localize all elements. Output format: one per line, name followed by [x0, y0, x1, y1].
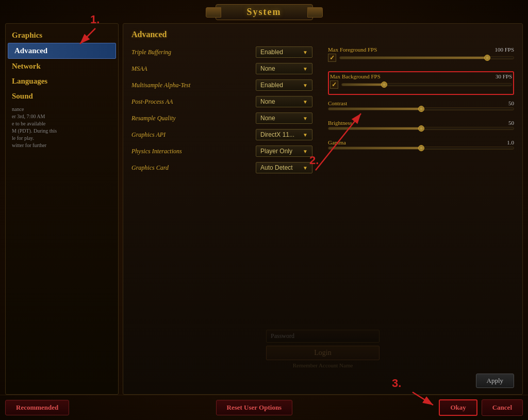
- arrow-post-process-aa: ▼: [303, 99, 308, 105]
- slider-track-contrast[interactable]: [328, 107, 514, 110]
- label-msaa: MSAA: [131, 65, 199, 73]
- title-ornament-left: [206, 7, 221, 18]
- arrow-physics-interactions: ▼: [303, 149, 308, 154]
- remember-text: Remember Account Name: [266, 362, 380, 368]
- right-settings-column: Max Foreground FPS 100 FPS: [323, 46, 514, 369]
- slider-track-max-background-fps[interactable]: [341, 83, 512, 86]
- cancel-button[interactable]: Cancel: [482, 399, 523, 416]
- slider-title-max-background-fps: Max Background FPS: [330, 73, 381, 79]
- sidebar-news: nanceer 3rd, 7:00 AMe to be availableM (…: [6, 104, 118, 151]
- sidebar: Graphics Advanced Network Languages Soun…: [5, 23, 119, 395]
- password-input[interactable]: [266, 330, 380, 343]
- title-ornament-right: [307, 7, 323, 18]
- slider-value-gamma: 1.0: [507, 139, 514, 146]
- settings-grid: Triple Buffering Enabled ▼ MSAA None ▼: [131, 46, 514, 369]
- dropdown-graphics-api[interactable]: DirectX 11... ▼: [256, 129, 312, 140]
- slider-title-contrast: Contrast: [328, 100, 347, 106]
- setting-row-post-process-aa: Post-Process AA None ▼: [131, 96, 312, 107]
- sidebar-item-graphics[interactable]: Graphics: [6, 28, 118, 43]
- slider-title-gamma: Gamma: [328, 139, 346, 146]
- sidebar-item-languages[interactable]: Languages: [6, 74, 118, 89]
- arrow-graphics-api: ▼: [303, 132, 308, 138]
- arrow-resample-quality: ▼: [303, 116, 308, 121]
- arrow-graphics-card: ▼: [303, 165, 308, 171]
- slider-section-max-background-fps: Max Background FPS 30 FPS: [330, 73, 512, 89]
- slider-section-brightness: Brightness 50: [328, 120, 514, 130]
- slider-value-contrast: 50: [508, 100, 514, 106]
- dropdown-physics-interactions[interactable]: Player Only ▼: [256, 146, 312, 157]
- arrow-msaa: ▼: [303, 66, 308, 72]
- left-settings-column: Triple Buffering Enabled ▼ MSAA None ▼: [131, 46, 323, 369]
- label-graphics-card: Graphics Card: [131, 164, 199, 172]
- slider-title-brightness: Brightness: [328, 120, 352, 126]
- slider-section-max-foreground-fps: Max Foreground FPS 100 FPS: [328, 46, 514, 62]
- label-post-process-aa: Post-Process AA: [131, 98, 199, 106]
- label-multisample: Multisample Alpha-Test: [131, 82, 199, 89]
- slider-track-brightness[interactable]: [328, 127, 514, 130]
- slider-value-max-background-fps: 30 FPS: [496, 73, 512, 79]
- label-physics-interactions: Physics Interactions: [131, 148, 199, 155]
- apply-button[interactable]: Apply: [476, 374, 515, 388]
- dropdown-graphics-card[interactable]: Auto Detect ▼: [256, 162, 312, 173]
- dropdown-msaa[interactable]: None ▼: [256, 63, 312, 74]
- setting-row-resample-quality: Resample Quality None ▼: [131, 112, 312, 124]
- dropdown-resample-quality[interactable]: None ▼: [256, 112, 312, 124]
- right-panel: Advanced Triple Buffering Enabled ▼ MSAA: [123, 23, 523, 395]
- dropdown-post-process-aa[interactable]: None ▼: [256, 96, 312, 107]
- arrow-triple-buffering: ▼: [303, 50, 308, 55]
- slider-value-brightness: 50: [508, 120, 514, 126]
- slider-value-max-foreground-fps: 100 FPS: [494, 46, 514, 53]
- panel-title: Advanced: [131, 30, 514, 39]
- okay-button[interactable]: Okay: [439, 399, 477, 416]
- label-resample-quality: Resample Quality: [131, 115, 199, 122]
- sidebar-item-network[interactable]: Network: [6, 59, 118, 74]
- checkbox-max-background-fps[interactable]: [330, 80, 338, 89]
- login-area: Login Remember Account Name: [266, 330, 380, 368]
- dropdown-triple-buffering[interactable]: Enabled ▼: [256, 46, 312, 58]
- bottom-bar: Recommended Reset User Options Okay Canc…: [0, 395, 528, 420]
- setting-row-graphics-card: Graphics Card Auto Detect ▼: [131, 162, 312, 173]
- sidebar-item-advanced[interactable]: Advanced: [8, 43, 116, 59]
- sidebar-item-sound[interactable]: Sound: [6, 89, 118, 104]
- setting-row-graphics-api: Graphics API DirectX 11... ▼: [131, 129, 312, 140]
- arrow-multisample: ▼: [303, 83, 308, 88]
- setting-row-msaa: MSAA None ▼: [131, 63, 312, 74]
- slider-track-gamma[interactable]: [328, 147, 514, 150]
- highlight-max-background-fps: Max Background FPS 30 FPS: [328, 71, 514, 95]
- bottom-right-buttons: Okay Cancel: [439, 399, 523, 416]
- reset-button[interactable]: Reset User Options: [216, 400, 293, 415]
- login-button[interactable]: Login: [266, 346, 380, 360]
- recommended-button[interactable]: Recommended: [5, 400, 69, 415]
- checkbox-max-foreground-fps[interactable]: [328, 54, 336, 62]
- slider-section-gamma: Gamma 1.0: [328, 139, 514, 150]
- content-area: Graphics Advanced Network Languages Soun…: [0, 23, 528, 395]
- setting-row-multisample: Multisample Alpha-Test Enabled ▼: [131, 79, 312, 91]
- setting-row-triple-buffering: Triple Buffering Enabled ▼: [131, 46, 312, 58]
- label-graphics-api: Graphics API: [131, 131, 199, 139]
- label-triple-buffering: Triple Buffering: [131, 49, 199, 56]
- slider-title-max-foreground-fps: Max Foreground FPS: [328, 46, 377, 53]
- slider-track-max-foreground-fps[interactable]: [339, 56, 514, 59]
- title-bar: System: [0, 0, 528, 23]
- dropdown-multisample[interactable]: Enabled ▼: [256, 79, 312, 91]
- window-title: System: [247, 7, 282, 17]
- setting-row-physics-interactions: Physics Interactions Player Only ▼: [131, 146, 312, 157]
- slider-section-contrast: Contrast 50: [328, 100, 514, 110]
